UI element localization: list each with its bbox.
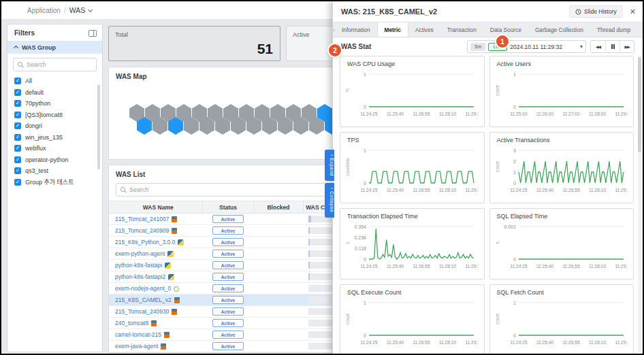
tab-transaction[interactable]: Transaction: [440, 22, 483, 37]
filter-checkbox-item[interactable]: ✓qs3_test: [7, 165, 102, 177]
filter-checkbox-item[interactable]: ✓70python: [7, 98, 102, 109]
filters-scrollbar[interactable]: [97, 84, 100, 169]
filter-label: Group 추가 테스트: [25, 178, 74, 186]
filter-search-input[interactable]: [27, 61, 92, 68]
filter-checkbox-item[interactable]: ✓All: [7, 75, 102, 87]
filter-checkbox-item[interactable]: ✓Group 추가 테스트: [7, 177, 102, 188]
tab-thread-dump[interactable]: Thread dump: [590, 22, 637, 37]
checkbox-checked-icon[interactable]: ✓: [14, 122, 21, 129]
tab-heap-dump[interactable]: Heap Dump: [637, 22, 644, 37]
was-name-link[interactable]: 215_Tomcat_240909: [115, 227, 169, 234]
was-name-link[interactable]: exem-java-agent: [115, 343, 158, 350]
checkbox-checked-icon[interactable]: ✓: [14, 89, 21, 96]
checkbox-checked-icon[interactable]: ✓: [14, 134, 21, 141]
svg-text:11:28:10: 11:28:10: [588, 188, 606, 192]
tab-metric[interactable]: Metric: [377, 22, 408, 37]
checkbox-checked-icon[interactable]: ✓: [14, 112, 21, 118]
tab-information[interactable]: Information: [335, 22, 377, 37]
blocked-cell: [254, 237, 303, 248]
was-name-link[interactable]: python-k8s-fastapi: [115, 262, 162, 269]
chart-svg: 00.00111:24:2511:25:4011:26:5511:28:1011…: [494, 220, 628, 274]
filter-checkbox-item[interactable]: ✓operator-python: [7, 154, 102, 166]
panel-scrollbar[interactable]: [638, 56, 641, 352]
blocked-cell: [254, 341, 303, 352]
fast-forward-button[interactable]: ▶▶: [619, 41, 634, 52]
was-name-link[interactable]: 215_Tomcat_240930: [115, 308, 169, 315]
chart-svg: 00.1180.2360.35411:24:2511:25:4011:26:55…: [344, 220, 478, 274]
status-badge: Active: [212, 284, 244, 292]
chart-svg: 0111:24:2511:25:4011:26:5511:28:1011:29:…: [344, 67, 478, 122]
chart-card-transaction-elapsed-time[interactable]: Transaction Elapsed Time00.1180.2360.354…: [340, 208, 485, 280]
was-name-link[interactable]: 240_tomcat8: [115, 320, 148, 326]
collapse-tab[interactable]: › Collapse: [325, 183, 334, 218]
was-name-link[interactable]: python-k8s-fastapi2: [115, 273, 165, 280]
filter-label: All: [25, 78, 32, 84]
close-icon[interactable]: ✕: [630, 7, 636, 16]
java-icon: [164, 332, 170, 338]
chart-card-active-transactions[interactable]: Active Transactions012311:24:2511:25:401…: [489, 132, 634, 203]
was-name-link[interactable]: 215_Tomcat_241007: [115, 216, 169, 222]
svg-text:1: 1: [364, 301, 366, 305]
slide-history-button[interactable]: Slide History: [569, 5, 623, 18]
svg-text:11:24:25: 11:24:25: [360, 188, 378, 192]
chart-card-sql-execute-count[interactable]: SQL Execute Count0111:24:2511:25:4011:26…: [340, 284, 485, 354]
col-was-name[interactable]: WAS Name: [109, 201, 202, 214]
checkbox-checked-icon[interactable]: ✓: [14, 179, 21, 186]
chart-title: SQL Fetch Count: [497, 289, 630, 296]
range-5m-chip[interactable]: 5m: [470, 43, 485, 51]
svg-text:11:27:00: 11:27:00: [562, 112, 580, 116]
tab-actives[interactable]: Actives: [408, 22, 440, 37]
checkbox-checked-icon[interactable]: ✓: [14, 145, 21, 152]
svg-text:count: count: [495, 85, 500, 96]
tab-data-source[interactable]: Data Source: [483, 22, 528, 37]
blocked-cell: [254, 225, 303, 237]
filter-checkbox-item[interactable]: ✓default: [7, 87, 102, 99]
svg-text:%: %: [345, 88, 350, 92]
panel-title: WAS: 215_K8S_CAMEL_v2: [341, 7, 569, 16]
checkbox-checked-icon[interactable]: ✓: [14, 167, 21, 174]
breadcrumb-page[interactable]: WAS: [69, 6, 86, 14]
rewind-button[interactable]: ◀◀: [591, 41, 605, 52]
chart-card-active-users[interactable]: Active Users0111:25:0011:26:0011:27:0011…: [489, 56, 634, 127]
chart-card-sql-fetch-count[interactable]: SQL Fetch Count0111:24:2511:25:4011:26:5…: [489, 284, 634, 354]
col-status[interactable]: Status: [202, 201, 254, 214]
chart-card-tps[interactable]: TPS0111:24:2511:25:4011:26:5511:28:1011:…: [340, 132, 485, 203]
was-name-link[interactable]: 215_K8S_CAMEL_v2: [115, 297, 172, 303]
tab-garbage-collection[interactable]: Garbage Collection: [528, 22, 590, 37]
filter-label: default: [25, 89, 44, 96]
panel-scrollbar-thumb[interactable]: [638, 57, 641, 152]
filter-checkbox-item[interactable]: ✓[QS3]tomcat8: [7, 109, 102, 121]
pause-button[interactable]: [605, 41, 619, 52]
was-name-link[interactable]: exem-python-agent: [115, 250, 165, 257]
datetime-dropdown-icon[interactable]: ▾: [580, 44, 583, 50]
checkbox-checked-icon[interactable]: ✓: [14, 156, 21, 163]
chart-card-sql-elapsed-time[interactable]: SQL Elapsed Time00.00111:24:2511:25:4011…: [489, 208, 634, 280]
filter-checkbox-item[interactable]: ✓win_jeus_135: [7, 132, 102, 143]
was-group-header[interactable]: WAS Group: [7, 41, 102, 54]
filter-checkbox-item[interactable]: ✓webflux: [7, 143, 102, 154]
was-name-link[interactable]: exem-nodejs-agent_0: [115, 285, 171, 292]
java-icon: [172, 309, 177, 315]
svg-text:11:26:55: 11:26:55: [413, 188, 430, 192]
checkbox-checked-icon[interactable]: ✓: [14, 78, 21, 84]
svg-text:0: 0: [364, 333, 366, 338]
blocked-cell: [254, 260, 303, 271]
breadcrumb-section[interactable]: Application: [27, 7, 61, 14]
col-blocked[interactable]: Blocked: [254, 201, 303, 214]
total-label: Total: [109, 27, 280, 38]
filter-checkbox-item[interactable]: ✓dongri: [7, 120, 102, 132]
panel-collapse-icon[interactable]: [88, 30, 97, 37]
nodejs-icon: [174, 286, 179, 292]
expand-tab[interactable]: ‹ Expand: [325, 150, 334, 181]
was-name-link[interactable]: 215_K8s_Python_3.0.0: [115, 239, 175, 246]
chevron-down-icon[interactable]: [88, 7, 93, 12]
was-name-link[interactable]: camel-tomcat-215: [115, 331, 161, 338]
total-card[interactable]: Total 51: [108, 26, 280, 61]
blocked-cell: [254, 248, 303, 260]
chart-card-was-cpu-usage[interactable]: WAS CPU Usage0111:24:2511:25:4011:26:551…: [340, 56, 485, 127]
chart-title: Active Users: [497, 61, 630, 67]
svg-text:0.236: 0.236: [354, 235, 366, 240]
checkbox-checked-icon[interactable]: ✓: [14, 100, 21, 107]
svg-text:1: 1: [513, 72, 516, 77]
svg-text:11:24:25: 11:24:25: [510, 264, 528, 269]
